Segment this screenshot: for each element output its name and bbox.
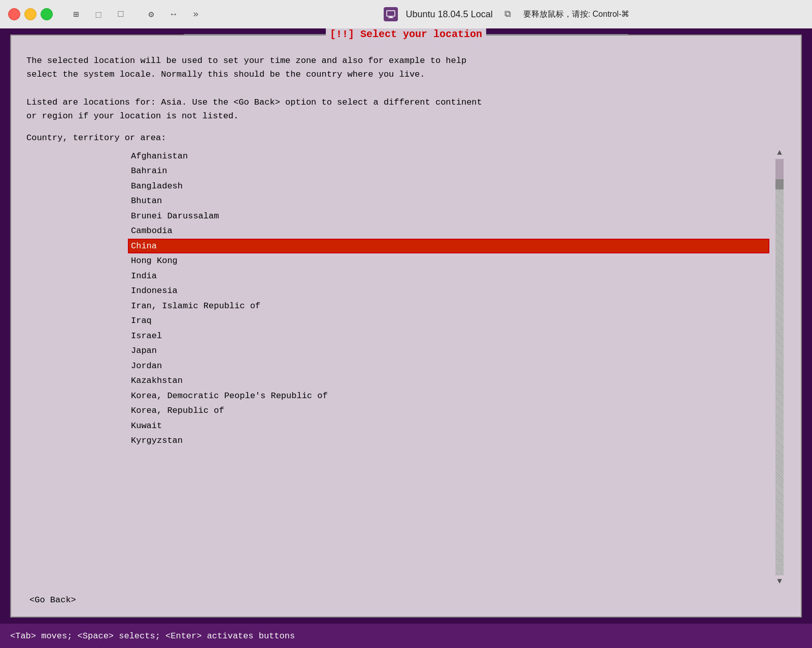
terminal-content: [!!] Select your location The selected l…	[10, 35, 802, 618]
forward-icon[interactable]: »	[189, 7, 203, 21]
list-item[interactable]: Cambodia	[128, 223, 769, 239]
titlebar: ⊞ ⬚ □ ⚙ ↔ » Ubuntu 18.04.5 Local ⧉ 要释放鼠标…	[0, 0, 812, 28]
maximize-button[interactable]	[41, 8, 53, 20]
list-item[interactable]: Japan	[128, 343, 769, 359]
list-item[interactable]: Iraq	[128, 313, 769, 329]
dialog-title-bar: [!!] Select your location	[184, 28, 628, 40]
traffic-lights	[8, 8, 53, 20]
dialog-title-text: [!!] Select your location	[326, 28, 486, 40]
copy-icon[interactable]: ⧉	[501, 7, 515, 21]
title-line-right	[486, 34, 628, 35]
desc-line2: select the system locale. Normally this …	[26, 68, 786, 81]
list-item[interactable]: Korea, Republic of	[128, 403, 769, 418]
terminal-wrapper: [!!] Select your location The selected l…	[0, 28, 812, 624]
go-back-button[interactable]: <Go Back>	[26, 594, 79, 606]
close-button[interactable]	[8, 8, 20, 20]
list-item[interactable]: Jordan	[128, 359, 769, 374]
title-line-left	[184, 34, 326, 35]
release-hint-text: 要释放鼠标，请按: Control-⌘	[523, 9, 630, 20]
panel-icon[interactable]: ⊞	[69, 7, 83, 21]
screenshot-icon[interactable]: ⬚	[91, 7, 106, 21]
list-item[interactable]: Hong Kong	[128, 253, 769, 269]
scrollbar: ▲ ▼	[773, 149, 786, 586]
list-item[interactable]: Afghanistan	[128, 149, 769, 164]
scroll-up-arrow[interactable]: ▲	[777, 149, 782, 157]
list-item[interactable]: Indonesia	[128, 283, 769, 299]
scroll-down-arrow[interactable]: ▼	[777, 577, 782, 586]
go-back-area: <Go Back>	[26, 594, 786, 607]
country-list: AfghanistanBahrainBangladeshBhutanBrunei…	[26, 149, 769, 586]
list-item[interactable]: Brunei Darussalam	[128, 209, 769, 224]
description-block: The selected location will be used to se…	[26, 54, 786, 123]
window-icon[interactable]: □	[114, 7, 128, 21]
list-item[interactable]: Kyrgyzstan	[128, 433, 769, 448]
titlebar-icons: ⊞ ⬚ □	[69, 7, 128, 21]
list-item[interactable]: Iran, Islamic Republic of	[128, 299, 769, 314]
list-item[interactable]: Bahrain	[128, 164, 769, 179]
svg-rect-0	[387, 11, 395, 16]
scroll-track[interactable]	[775, 159, 784, 575]
list-item[interactable]: India	[128, 269, 769, 284]
svg-rect-2	[388, 17, 393, 18]
desc-line3: Listed are locations for: Asia. Use the …	[26, 95, 786, 109]
vm-title-text: Ubuntu 18.04.5 Local	[406, 9, 493, 20]
settings-icon[interactable]: ⚙	[144, 7, 158, 21]
section-label: Country, territory or area:	[26, 133, 786, 143]
list-item[interactable]: Bangladesh	[128, 179, 769, 194]
scroll-thumb	[775, 179, 784, 189]
list-item[interactable]: Bhutan	[128, 193, 769, 209]
list-item[interactable]: Kazakhstan	[128, 373, 769, 388]
list-item[interactable]: China	[128, 239, 769, 254]
statusbar-text: <Tab> moves; <Space> selects; <Enter> ac…	[10, 631, 295, 641]
arrows-icon[interactable]: ↔	[166, 7, 181, 21]
desc-line4: or region if your location is not listed…	[26, 109, 786, 123]
list-item[interactable]: Israel	[128, 329, 769, 344]
list-item[interactable]: Kuwait	[128, 418, 769, 434]
desc-line1: The selected location will be used to se…	[26, 54, 786, 68]
statusbar: <Tab> moves; <Space> selects; <Enter> ac…	[0, 624, 812, 648]
list-container: AfghanistanBahrainBangladeshBhutanBrunei…	[26, 149, 786, 586]
minimize-button[interactable]	[24, 8, 37, 20]
vm-icon	[384, 7, 398, 21]
list-item[interactable]: Korea, Democratic People's Republic of	[128, 388, 769, 404]
toolbar-icons: ⚙ ↔ »	[144, 7, 203, 21]
titlebar-center: Ubuntu 18.04.5 Local ⧉ 要释放鼠标，请按: Control…	[209, 7, 804, 21]
scroll-track-lower	[775, 189, 784, 575]
